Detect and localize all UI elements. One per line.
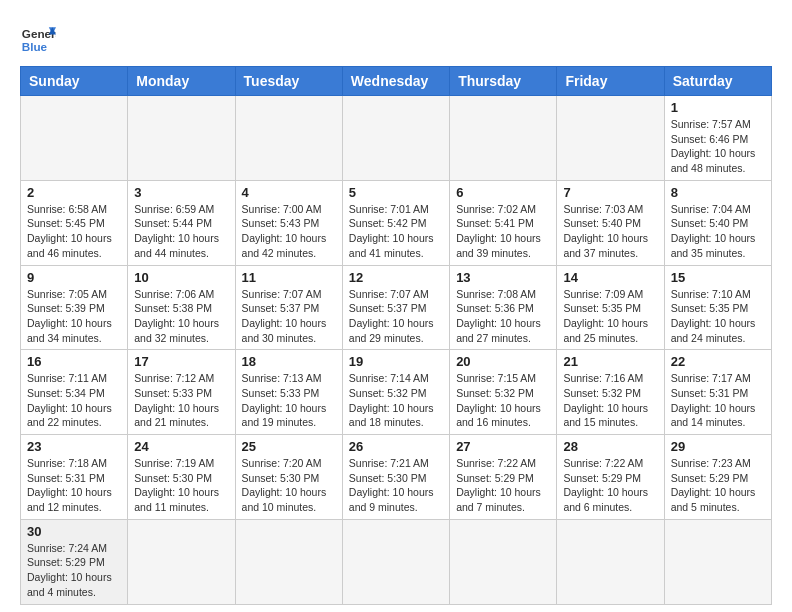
day-number: 14 <box>563 270 657 285</box>
day-info: Sunrise: 7:11 AM Sunset: 5:34 PM Dayligh… <box>27 371 121 430</box>
day-cell: 6Sunrise: 7:02 AM Sunset: 5:41 PM Daylig… <box>450 180 557 265</box>
day-info: Sunrise: 7:09 AM Sunset: 5:35 PM Dayligh… <box>563 287 657 346</box>
header: General Blue <box>20 20 772 56</box>
day-cell <box>450 519 557 604</box>
day-number: 21 <box>563 354 657 369</box>
day-info: Sunrise: 7:05 AM Sunset: 5:39 PM Dayligh… <box>27 287 121 346</box>
day-info: Sunrise: 7:01 AM Sunset: 5:42 PM Dayligh… <box>349 202 443 261</box>
day-cell: 11Sunrise: 7:07 AM Sunset: 5:37 PM Dayli… <box>235 265 342 350</box>
day-info: Sunrise: 7:21 AM Sunset: 5:30 PM Dayligh… <box>349 456 443 515</box>
day-cell: 23Sunrise: 7:18 AM Sunset: 5:31 PM Dayli… <box>21 435 128 520</box>
day-info: Sunrise: 7:18 AM Sunset: 5:31 PM Dayligh… <box>27 456 121 515</box>
day-number: 13 <box>456 270 550 285</box>
day-number: 29 <box>671 439 765 454</box>
day-cell: 5Sunrise: 7:01 AM Sunset: 5:42 PM Daylig… <box>342 180 449 265</box>
day-cell: 22Sunrise: 7:17 AM Sunset: 5:31 PM Dayli… <box>664 350 771 435</box>
day-info: Sunrise: 7:19 AM Sunset: 5:30 PM Dayligh… <box>134 456 228 515</box>
day-number: 22 <box>671 354 765 369</box>
col-header-monday: Monday <box>128 67 235 96</box>
day-number: 16 <box>27 354 121 369</box>
day-cell <box>342 96 449 181</box>
day-number: 4 <box>242 185 336 200</box>
col-header-thursday: Thursday <box>450 67 557 96</box>
day-cell <box>128 96 235 181</box>
day-info: Sunrise: 7:17 AM Sunset: 5:31 PM Dayligh… <box>671 371 765 430</box>
logo: General Blue <box>20 20 56 56</box>
day-info: Sunrise: 7:22 AM Sunset: 5:29 PM Dayligh… <box>456 456 550 515</box>
day-number: 28 <box>563 439 657 454</box>
day-number: 26 <box>349 439 443 454</box>
day-info: Sunrise: 7:13 AM Sunset: 5:33 PM Dayligh… <box>242 371 336 430</box>
day-cell: 27Sunrise: 7:22 AM Sunset: 5:29 PM Dayli… <box>450 435 557 520</box>
day-cell: 1Sunrise: 7:57 AM Sunset: 6:46 PM Daylig… <box>664 96 771 181</box>
day-cell: 17Sunrise: 7:12 AM Sunset: 5:33 PM Dayli… <box>128 350 235 435</box>
day-cell: 20Sunrise: 7:15 AM Sunset: 5:32 PM Dayli… <box>450 350 557 435</box>
day-cell <box>235 96 342 181</box>
week-row-5: 23Sunrise: 7:18 AM Sunset: 5:31 PM Dayli… <box>21 435 772 520</box>
day-number: 3 <box>134 185 228 200</box>
day-number: 30 <box>27 524 121 539</box>
day-number: 6 <box>456 185 550 200</box>
day-number: 5 <box>349 185 443 200</box>
day-number: 8 <box>671 185 765 200</box>
day-info: Sunrise: 6:59 AM Sunset: 5:44 PM Dayligh… <box>134 202 228 261</box>
day-cell: 18Sunrise: 7:13 AM Sunset: 5:33 PM Dayli… <box>235 350 342 435</box>
calendar: SundayMondayTuesdayWednesdayThursdayFrid… <box>20 66 772 605</box>
day-cell <box>557 96 664 181</box>
day-cell: 19Sunrise: 7:14 AM Sunset: 5:32 PM Dayli… <box>342 350 449 435</box>
day-number: 23 <box>27 439 121 454</box>
day-info: Sunrise: 7:16 AM Sunset: 5:32 PM Dayligh… <box>563 371 657 430</box>
day-cell <box>128 519 235 604</box>
day-cell: 28Sunrise: 7:22 AM Sunset: 5:29 PM Dayli… <box>557 435 664 520</box>
day-cell: 26Sunrise: 7:21 AM Sunset: 5:30 PM Dayli… <box>342 435 449 520</box>
day-info: Sunrise: 7:07 AM Sunset: 5:37 PM Dayligh… <box>242 287 336 346</box>
day-number: 27 <box>456 439 550 454</box>
logo-icon: General Blue <box>20 20 56 56</box>
day-info: Sunrise: 7:20 AM Sunset: 5:30 PM Dayligh… <box>242 456 336 515</box>
day-number: 17 <box>134 354 228 369</box>
day-info: Sunrise: 7:03 AM Sunset: 5:40 PM Dayligh… <box>563 202 657 261</box>
day-cell <box>450 96 557 181</box>
day-info: Sunrise: 6:58 AM Sunset: 5:45 PM Dayligh… <box>27 202 121 261</box>
day-info: Sunrise: 7:22 AM Sunset: 5:29 PM Dayligh… <box>563 456 657 515</box>
day-info: Sunrise: 7:15 AM Sunset: 5:32 PM Dayligh… <box>456 371 550 430</box>
day-number: 24 <box>134 439 228 454</box>
day-cell <box>342 519 449 604</box>
col-header-friday: Friday <box>557 67 664 96</box>
day-info: Sunrise: 7:02 AM Sunset: 5:41 PM Dayligh… <box>456 202 550 261</box>
day-info: Sunrise: 7:07 AM Sunset: 5:37 PM Dayligh… <box>349 287 443 346</box>
week-row-3: 9Sunrise: 7:05 AM Sunset: 5:39 PM Daylig… <box>21 265 772 350</box>
day-info: Sunrise: 7:24 AM Sunset: 5:29 PM Dayligh… <box>27 541 121 600</box>
day-number: 1 <box>671 100 765 115</box>
week-row-2: 2Sunrise: 6:58 AM Sunset: 5:45 PM Daylig… <box>21 180 772 265</box>
calendar-header-row: SundayMondayTuesdayWednesdayThursdayFrid… <box>21 67 772 96</box>
day-number: 18 <box>242 354 336 369</box>
day-info: Sunrise: 7:23 AM Sunset: 5:29 PM Dayligh… <box>671 456 765 515</box>
day-number: 19 <box>349 354 443 369</box>
day-info: Sunrise: 7:04 AM Sunset: 5:40 PM Dayligh… <box>671 202 765 261</box>
day-cell: 3Sunrise: 6:59 AM Sunset: 5:44 PM Daylig… <box>128 180 235 265</box>
day-info: Sunrise: 7:00 AM Sunset: 5:43 PM Dayligh… <box>242 202 336 261</box>
day-number: 7 <box>563 185 657 200</box>
week-row-1: 1Sunrise: 7:57 AM Sunset: 6:46 PM Daylig… <box>21 96 772 181</box>
day-number: 11 <box>242 270 336 285</box>
col-header-sunday: Sunday <box>21 67 128 96</box>
day-number: 25 <box>242 439 336 454</box>
day-number: 20 <box>456 354 550 369</box>
day-cell <box>664 519 771 604</box>
day-cell: 15Sunrise: 7:10 AM Sunset: 5:35 PM Dayli… <box>664 265 771 350</box>
day-cell: 10Sunrise: 7:06 AM Sunset: 5:38 PM Dayli… <box>128 265 235 350</box>
day-info: Sunrise: 7:14 AM Sunset: 5:32 PM Dayligh… <box>349 371 443 430</box>
day-cell: 8Sunrise: 7:04 AM Sunset: 5:40 PM Daylig… <box>664 180 771 265</box>
day-number: 10 <box>134 270 228 285</box>
day-cell: 2Sunrise: 6:58 AM Sunset: 5:45 PM Daylig… <box>21 180 128 265</box>
day-cell: 13Sunrise: 7:08 AM Sunset: 5:36 PM Dayli… <box>450 265 557 350</box>
day-cell: 7Sunrise: 7:03 AM Sunset: 5:40 PM Daylig… <box>557 180 664 265</box>
day-info: Sunrise: 7:08 AM Sunset: 5:36 PM Dayligh… <box>456 287 550 346</box>
day-cell <box>21 96 128 181</box>
day-cell: 25Sunrise: 7:20 AM Sunset: 5:30 PM Dayli… <box>235 435 342 520</box>
day-cell: 9Sunrise: 7:05 AM Sunset: 5:39 PM Daylig… <box>21 265 128 350</box>
day-info: Sunrise: 7:10 AM Sunset: 5:35 PM Dayligh… <box>671 287 765 346</box>
day-cell: 4Sunrise: 7:00 AM Sunset: 5:43 PM Daylig… <box>235 180 342 265</box>
day-cell: 12Sunrise: 7:07 AM Sunset: 5:37 PM Dayli… <box>342 265 449 350</box>
